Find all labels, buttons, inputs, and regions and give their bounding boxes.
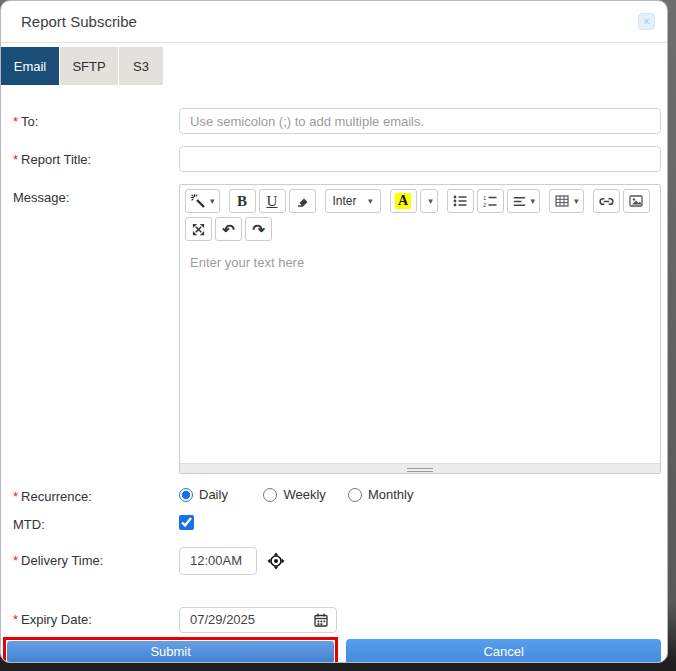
required-marker: * (13, 489, 18, 504)
ordered-list-button[interactable]: 1 2 (477, 189, 504, 213)
bullet-list-icon (452, 193, 468, 209)
report-title-row: *Report Title: (13, 146, 661, 172)
chevron-down-icon: ▾ (574, 196, 579, 206)
unordered-list-button[interactable] (447, 189, 474, 213)
align-dropdown[interactable]: ▾ (507, 189, 541, 213)
insert-image-button[interactable] (623, 189, 650, 213)
bold-button[interactable]: B (229, 189, 256, 213)
chevron-down-icon: ▾ (210, 196, 215, 206)
close-icon[interactable]: × (638, 13, 655, 30)
table-dropdown[interactable]: ▾ (549, 189, 584, 213)
undo-icon: ↶ (222, 222, 235, 237)
fullscreen-button[interactable] (185, 217, 212, 241)
resize-grip-icon (407, 468, 433, 469)
svg-text:2: 2 (483, 202, 487, 208)
redo-icon: ↷ (252, 222, 265, 237)
expiry-date-row: *Expiry Date: (13, 607, 661, 633)
svg-text:1: 1 (483, 195, 487, 201)
report-title-label: *Report Title: (13, 152, 179, 167)
align-left-icon (512, 194, 527, 209)
required-marker: * (13, 612, 18, 627)
eraser-icon (294, 193, 310, 209)
weekly-radio[interactable] (263, 488, 277, 502)
chevron-down-icon: ▾ (428, 196, 433, 206)
to-row: *To: (13, 108, 661, 134)
submit-button[interactable]: Submit (7, 641, 334, 663)
dialog-footer: Submit Cancel (3, 637, 661, 664)
dialog-header: Report Subscribe × (1, 1, 667, 43)
required-marker: * (13, 152, 18, 167)
to-input[interactable] (179, 108, 661, 134)
fullscreen-expand-icon (191, 222, 206, 237)
message-label: Message: (13, 184, 179, 205)
chevron-down-icon: ▾ (368, 196, 373, 206)
mtd-row: MTD: (13, 515, 661, 534)
font-family-dropdown[interactable]: Inter ▾ (325, 189, 381, 213)
font-color-button[interactable]: A (390, 189, 417, 213)
expiry-date-label: *Expiry Date: (13, 612, 179, 627)
time-picker-icon[interactable] (267, 552, 285, 570)
tab-email[interactable]: Email (1, 47, 59, 85)
message-editor-area[interactable]: Enter your text here (180, 245, 660, 463)
report-title-input[interactable] (179, 146, 661, 172)
insert-link-button[interactable] (593, 189, 620, 213)
font-color-dropdown[interactable]: ▾ (420, 189, 438, 213)
rich-text-editor: ▾ B U (179, 184, 661, 474)
message-row: Message: (13, 184, 661, 474)
tab-sftp[interactable]: SFTP (60, 47, 118, 85)
underline-button[interactable]: U (259, 189, 286, 213)
table-icon (554, 193, 570, 209)
chevron-down-icon: ▾ (531, 196, 536, 206)
delivery-time-label: *Delivery Time: (13, 553, 179, 568)
font-color-icon: A (395, 193, 411, 209)
cancel-button[interactable]: Cancel (346, 639, 661, 664)
dialog-title: Report Subscribe (21, 13, 137, 30)
recurrence-option-monthly[interactable]: Monthly (348, 487, 428, 502)
delivery-time-row: *Delivery Time: (13, 547, 661, 575)
annotation-highlight: Submit (3, 637, 338, 664)
clear-format-button[interactable] (289, 189, 316, 213)
link-icon (598, 193, 615, 210)
daily-radio[interactable] (179, 488, 193, 502)
mtd-label: MTD: (13, 517, 179, 532)
numbered-list-icon: 1 2 (482, 193, 498, 209)
to-label: *To: (13, 114, 179, 129)
mtd-checkbox[interactable] (179, 515, 194, 530)
tab-s3[interactable]: S3 (119, 47, 163, 85)
editor-toolbar: ▾ B U (180, 185, 660, 245)
editor-resize-handle[interactable] (180, 463, 660, 473)
required-marker: * (13, 553, 18, 568)
recurrence-option-daily[interactable]: Daily (179, 487, 259, 502)
required-marker: * (13, 114, 18, 129)
calendar-icon[interactable] (313, 612, 329, 628)
magic-wand-icon (190, 193, 206, 209)
form-content: *To: *Report Title: Message: (1, 85, 667, 663)
delivery-time-input[interactable] (179, 547, 257, 575)
recurrence-option-weekly[interactable]: Weekly (263, 487, 343, 502)
recurrence-label: *Recurrence: (13, 489, 179, 504)
image-icon (628, 193, 644, 209)
recurrence-row: *Recurrence: Daily Weekly Monthly (13, 487, 661, 506)
monthly-radio[interactable] (348, 488, 362, 502)
magic-wand-button[interactable]: ▾ (185, 189, 220, 213)
redo-button[interactable]: ↷ (245, 217, 272, 241)
report-subscribe-dialog: Report Subscribe × Email SFTP S3 *To: *R… (0, 0, 668, 663)
tab-bar: Email SFTP S3 (1, 47, 667, 85)
undo-button[interactable]: ↶ (215, 217, 242, 241)
